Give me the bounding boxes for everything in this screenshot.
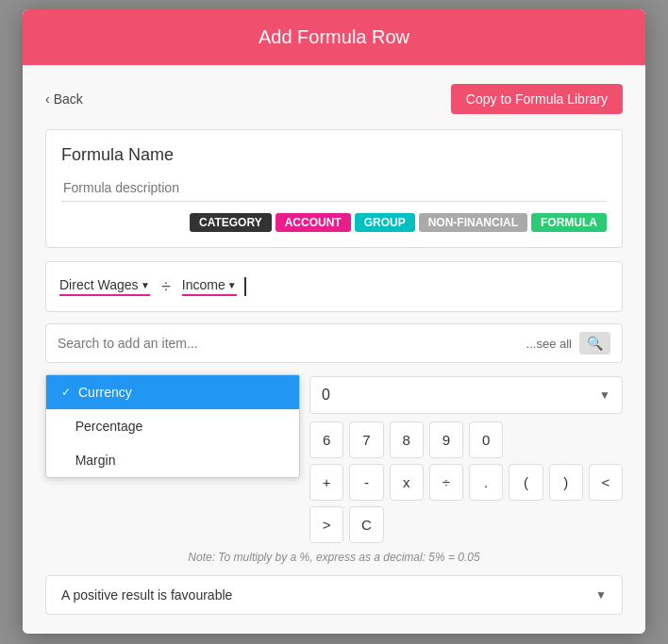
tag-group[interactable]: GROUP [355, 213, 415, 232]
tag-account[interactable]: ACCOUNT [276, 213, 351, 232]
numpad-area: 0 ▼ 6 7 8 9 0 + - x ÷ [309, 374, 623, 543]
numpad-0[interactable]: 0 [469, 421, 503, 458]
numpad-less-than[interactable]: < [589, 464, 623, 501]
numpad-minus[interactable]: - [349, 464, 383, 501]
result-label: A positive result is favourable [61, 587, 232, 603]
dropdown-item-percentage[interactable]: Percentage [46, 409, 299, 443]
numpad: 6 7 8 9 0 + - x ÷ . ( ) < > [309, 421, 623, 543]
numpad-7[interactable]: 7 [349, 421, 383, 458]
back-arrow-icon: ‹ [45, 91, 50, 107]
formula-row-section: Direct Wages ▼ ÷ Income ▼ [45, 261, 623, 312]
check-placeholder2 [61, 454, 68, 467]
search-button[interactable]: 🔍 [579, 332, 610, 355]
item1-chevron-icon: ▼ [141, 280, 150, 290]
numpad-8[interactable]: 8 [390, 421, 424, 458]
numpad-dot[interactable]: . [469, 464, 503, 501]
numpad-6[interactable]: 6 [309, 421, 343, 458]
divide-symbol: ÷ [161, 277, 171, 297]
note-text: Note: To multiply by a %, express as a d… [45, 551, 623, 564]
formula-name-section: Formula Name CATEGORY ACCOUNT GROUP NON-… [45, 129, 623, 248]
numpad-9[interactable]: 9 [429, 421, 463, 458]
check-placeholder [61, 420, 68, 433]
modal-header: Add Formula Row [23, 9, 645, 65]
see-all-link[interactable]: ...see all [526, 337, 572, 351]
copy-to-formula-library-button[interactable]: Copy to Formula Library [451, 84, 623, 114]
formula-description-input[interactable] [61, 174, 607, 202]
dropdown-item-currency[interactable]: ✓ Currency [46, 375, 299, 409]
type-dropdown-menu: ✓ Currency Percentage Margin [45, 374, 300, 478]
dropdown-and-numpad: ✓ Currency Percentage Margin [45, 374, 623, 543]
back-label: Back [54, 91, 83, 107]
item2-chevron-icon: ▼ [227, 280, 237, 290]
numpad-open-paren[interactable]: ( [509, 464, 543, 501]
dropdown-item-margin[interactable]: Margin [46, 443, 299, 477]
modal-backdrop: Add Formula Row ‹ Back Copy to Formula L… [0, 0, 668, 644]
top-bar: ‹ Back Copy to Formula Library [45, 84, 623, 114]
item1-select[interactable]: Direct Wages [59, 277, 139, 292]
tag-category[interactable]: CATEGORY [190, 213, 272, 232]
search-input[interactable] [58, 336, 526, 351]
modal-title: Add Formula Row [42, 26, 626, 48]
tag-nonfinancial[interactable]: NON-FINANCIAL [419, 213, 527, 232]
result-dropdown[interactable]: A positive result is favourable ▼ [45, 575, 623, 615]
numpad-greater-than[interactable]: > [309, 506, 343, 543]
numpad-clear[interactable]: C [349, 506, 383, 543]
filter-tags: CATEGORY ACCOUNT GROUP NON-FINANCIAL FOR… [61, 213, 607, 232]
result-chevron-icon: ▼ [595, 588, 607, 602]
formula-name-label: Formula Name [61, 145, 607, 165]
value-display[interactable]: 0 ▼ [309, 376, 623, 414]
item2-select-wrapper[interactable]: Income ▼ [182, 277, 237, 296]
value-text: 0 [322, 387, 330, 404]
value-chevron-icon: ▼ [599, 388, 610, 402]
tag-formula[interactable]: FORMULA [531, 213, 607, 232]
numpad-plus[interactable]: + [309, 464, 343, 501]
search-section: ...see all 🔍 [45, 323, 623, 363]
back-link[interactable]: ‹ Back [45, 91, 83, 107]
item1-select-wrapper[interactable]: Direct Wages ▼ [59, 277, 150, 296]
numpad-divide[interactable]: ÷ [429, 464, 463, 501]
cursor-line [244, 277, 246, 296]
modal: Add Formula Row ‹ Back Copy to Formula L… [23, 9, 645, 634]
check-icon: ✓ [61, 386, 71, 399]
dropdown-label-percentage: Percentage [75, 419, 143, 434]
modal-body: ‹ Back Copy to Formula Library Formula N… [23, 65, 645, 634]
value-row: 0 ▼ [309, 374, 623, 414]
numpad-close-paren[interactable]: ) [549, 464, 583, 501]
item2-select[interactable]: Income [182, 277, 225, 292]
dropdown-label-currency: Currency [78, 385, 132, 400]
dropdown-label-margin: Margin [75, 453, 116, 468]
numpad-multiply[interactable]: x [390, 464, 424, 501]
